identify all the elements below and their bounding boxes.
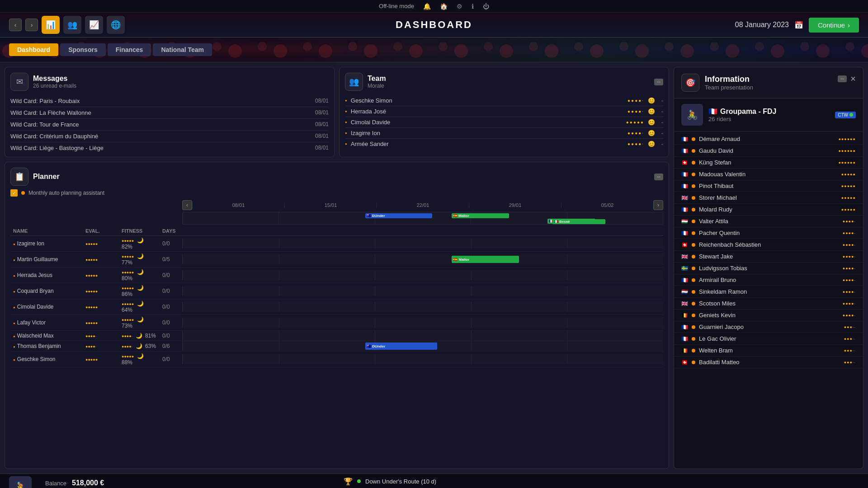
tab-sponsors[interactable]: Sponsors (60, 43, 106, 56)
rider-rating: ●●●●● (841, 207, 856, 212)
dashboard-nav-icon[interactable]: 📊 (42, 16, 60, 34)
list-item[interactable]: 🇫🇷 Pacher Quentin ●●●●· (674, 227, 863, 239)
table-row[interactable]: ●Martin Guillaume ●●●●● ●●●●● 🌙 77% 0/5 … (10, 252, 663, 267)
list-item[interactable]: 🇬🇧 Stewart Jake ●●●●· (674, 251, 863, 263)
info-panel-header: 🎯 Information Team presentation ··· × (674, 67, 863, 99)
messages-subtitle: 26 unread e-mails (33, 83, 76, 89)
rider-rating: ●●●●· (843, 243, 856, 247)
calendar-next-button[interactable]: › (653, 200, 663, 210)
list-item[interactable]: Wild Card: Tour de France 08/01 (10, 119, 329, 131)
rider-status-dot (692, 161, 695, 164)
rider-status-dot (692, 208, 695, 211)
home-icon[interactable]: 🏠 (440, 3, 448, 10)
rider-flag-icon: 🇸🇪 (681, 265, 688, 272)
nav-back-button[interactable]: ‹ (9, 19, 22, 31)
planner-menu-button[interactable]: ··· (654, 174, 663, 180)
top-bar: ‹ › 📊 👥 📈 🌐 DASHBOARD 08 January 2023 📅 … (0, 13, 868, 38)
rider-name: Badilatti Matteo (699, 359, 840, 366)
race-entry-0: 🏆 Down Under's Route (10 d) (344, 477, 859, 486)
table-row[interactable]: ●Lafay Victor ●●●●● ●●●●● 🌙 73% 0/0 (10, 315, 663, 331)
list-item[interactable]: 🇫🇷 Armirail Bruno ●●●●· (674, 274, 863, 286)
list-item[interactable]: Wild Card: Liège - Bastogne - Liège 08/0… (10, 142, 329, 154)
list-item[interactable]: 🇬🇧 Scotson Miles ●●●●· (674, 298, 863, 310)
tab-finances[interactable]: Finances (108, 43, 151, 56)
calendar-icon[interactable]: 📅 (794, 21, 803, 29)
auto-planning-checkbox[interactable]: ✓ (10, 189, 18, 197)
table-row[interactable]: ●Geschke Simon ●●●●● ●●●●● 🌙 88% 0/0 (10, 352, 663, 367)
info-icon[interactable]: ℹ (472, 3, 474, 10)
messages-header: ✉ Messages 26 unread e-mails (10, 73, 329, 91)
rider-rating: ●●●●· (843, 219, 856, 224)
cal-header-1: 15/01 (284, 202, 377, 208)
table-row[interactable]: ●Herrada Jesus ●●●●● ●●●●● 🌙 80% 0/0 (10, 267, 663, 283)
planner-table-container: NAME EVAL. FITNESS DAYS ●Izagirre Ion ●●… (10, 226, 663, 463)
mood-icon: 😊 (648, 130, 655, 136)
list-item[interactable]: 🇧🇪 Welten Bram ●●●·· (674, 345, 863, 357)
table-row[interactable]: ●Izagirre Ion ●●●●● ●●●●● 🌙 82% 0/0 (10, 236, 663, 252)
list-item[interactable]: 🇧🇪 Geniets Kevin ●●●●· (674, 310, 863, 321)
team-header: 👥 Team Morale ··· (345, 73, 663, 91)
rider-list: 🇫🇷 Démare Arnaud ●●●●●● 🇫🇷 Gaudu David ●… (674, 131, 863, 469)
top-right: 08 January 2023 📅 Continue › (735, 18, 859, 33)
list-item[interactable]: 🇳🇱 Sinkeldam Ramon ●●●●· (674, 286, 863, 298)
power-icon[interactable]: ⏻ (483, 3, 489, 10)
list-item[interactable]: Wild Card: Paris - Roubaix 08/01 (10, 95, 329, 107)
planner-table: NAME EVAL. FITNESS DAYS ●Izagirre Ion ●●… (10, 226, 663, 367)
race-name-0: Down Under's Route (10 d) (365, 478, 436, 485)
info-panel-menu-button[interactable]: ··· (838, 75, 847, 82)
calendar-prev-button[interactable]: ‹ (182, 200, 192, 210)
race-bar-besse: 🇮🇹 Bessè (552, 219, 605, 224)
table-row[interactable]: ●Thomas Benjamin ●●●●· ●●●●· 🌙 63% 0/6 🇦… (10, 341, 663, 352)
rider-rating: ●●●·· (844, 325, 856, 329)
balance-label: Balance (45, 480, 66, 487)
rider-status-dot (692, 349, 695, 352)
team-nav-icon[interactable]: 👥 (63, 16, 81, 34)
tab-dashboard[interactable]: Dashboard (9, 43, 58, 56)
list-item[interactable]: 🇫🇷 Gaudu David ●●●●●● (674, 145, 863, 157)
team-menu-button[interactable]: ··· (654, 79, 663, 85)
table-row[interactable]: ●Walscheid Max ●●●●· ●●●●· 🌙 81% 0/0 (10, 331, 663, 341)
info-panel: 🎯 Information Team presentation ··· × 🚴 … (674, 67, 863, 469)
info-panel-close-button[interactable]: × (850, 74, 856, 84)
rider-flag-icon: 🇨🇭 (681, 242, 688, 248)
list-item[interactable]: 🇸🇪 Ludvigsson Tobias ●●●●· (674, 263, 863, 274)
tab-national-team[interactable]: National Team (153, 43, 212, 56)
list-item[interactable]: 🇫🇷 Le Gac Olivier ●●●·· (674, 333, 863, 345)
rider-name: Ludvigsson Tobias (699, 265, 839, 272)
rider-status-dot (692, 137, 695, 141)
list-item[interactable]: 🇫🇷 Guarnieri Jacopo ●●●·· (674, 321, 863, 333)
balance-section: Balance 518,000 € Sponsor confidence (45, 479, 175, 488)
continue-button[interactable]: Continue › (809, 18, 859, 33)
list-item[interactable]: 🇭🇺 Valter Attila ●●●●· (674, 216, 863, 227)
rider-rating: ●●●●· (843, 313, 856, 318)
rider-name: Le Gac Olivier (699, 335, 840, 342)
bell-icon[interactable]: 🔔 (423, 3, 431, 10)
list-item[interactable]: Wild Card: Critérium du Dauphiné 08/01 (10, 131, 329, 142)
list-item[interactable]: Wild Card: La Flèche Wallonne 08/01 (10, 107, 329, 119)
list-item[interactable]: 🇨🇭 Reichenbach Sébastien ●●●●· (674, 239, 863, 251)
list-item[interactable]: 🇬🇧 Storer Michael ●●●●● (674, 192, 863, 204)
info-panel-icon: 🎯 (681, 74, 699, 92)
rider-status-dot (692, 231, 695, 235)
list-item[interactable]: 🇫🇷 Molard Rudy ●●●●● (674, 204, 863, 216)
race-bar-mallor: 🇪🇸 Mallor (452, 213, 509, 218)
rider-rating: ●●●●· (843, 290, 856, 294)
list-item[interactable]: 🇨🇭 Badilatti Matteo ●●●·· (674, 357, 863, 368)
table-row[interactable]: ●Cimolai Davide ●●●●● ●●●●● 🌙 64% 0/0 (10, 299, 663, 315)
list-item[interactable]: 🇫🇷 Pinot Thibaut ●●●●● (674, 180, 863, 192)
rider-name: Madouas Valentin (699, 171, 838, 178)
list-item[interactable]: 🇫🇷 Démare Arnaud ●●●●●● (674, 133, 863, 145)
table-row[interactable]: ●Coquard Bryan ●●●●● ●●●●● 🌙 86% 0/0 (10, 283, 663, 299)
gear-icon[interactable]: ⚙ (457, 3, 462, 10)
page-title: DASHBOARD (396, 19, 472, 31)
balance-row: Balance 518,000 € (45, 479, 175, 487)
rider-rating: ●●●·· (844, 337, 856, 341)
planner-auto-row: ✓ Monthly auto planning assistant (10, 189, 663, 197)
balance-value: 518,000 € (72, 479, 104, 487)
list-item[interactable]: 🇨🇭 Küng Stefan ●●●●●● (674, 157, 863, 169)
stats-nav-icon[interactable]: 📈 (85, 16, 103, 34)
world-nav-icon[interactable]: 🌐 (107, 16, 125, 34)
col-fitness: FITNESS (119, 226, 160, 236)
nav-forward-button[interactable]: › (25, 19, 38, 31)
list-item[interactable]: 🇫🇷 Madouas Valentin ●●●●● (674, 169, 863, 180)
